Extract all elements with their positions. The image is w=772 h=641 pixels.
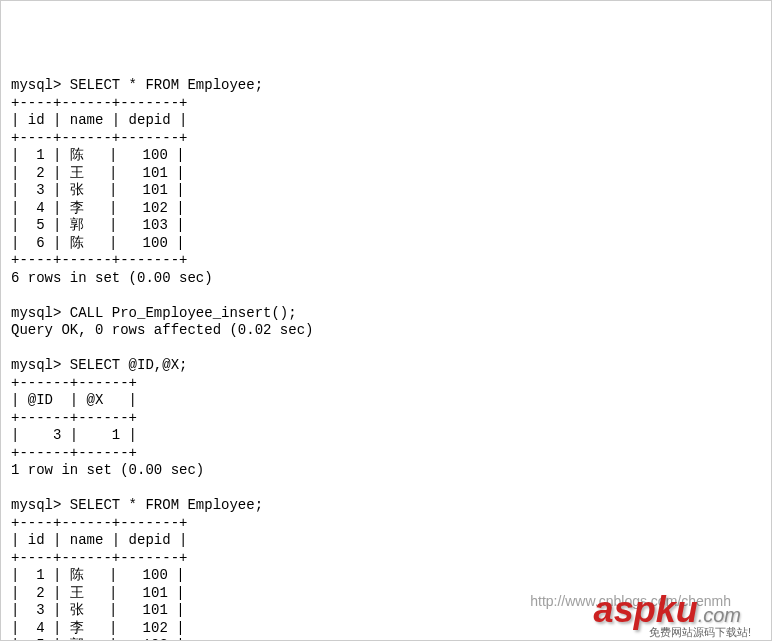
table-row: | 4 | 李 | 102 | <box>11 620 185 636</box>
status-line: 6 rows in set (0.00 sec) <box>11 270 213 286</box>
table-header: | id | name | depid | <box>11 532 187 548</box>
sql-statement: SELECT * FROM Employee; <box>70 497 263 513</box>
table-row: | 2 | 王 | 101 | <box>11 585 185 601</box>
sql-statement: SELECT @ID,@X; <box>70 357 188 373</box>
prompt: mysql> <box>11 77 70 93</box>
table-row: | 1 | 陈 | 100 | <box>11 567 185 583</box>
table-row: | 5 | 郭 | 103 | <box>11 217 185 233</box>
table-separator: +----+------+-------+ <box>11 130 187 146</box>
mysql-terminal-output: mysql> SELECT * FROM Employee; +----+---… <box>11 77 761 641</box>
table-separator: +----+------+-------+ <box>11 252 187 268</box>
table-header: | @ID | @X | <box>11 392 137 408</box>
prompt: mysql> <box>11 357 70 373</box>
sql-statement: SELECT * FROM Employee; <box>70 77 263 93</box>
table-separator: +------+------+ <box>11 445 137 461</box>
status-line: 1 row in set (0.00 sec) <box>11 462 204 478</box>
table-separator: +------+------+ <box>11 410 137 426</box>
sql-statement: CALL Pro_Employee_insert(); <box>70 305 297 321</box>
table-row: | 4 | 李 | 102 | <box>11 200 185 216</box>
watermark-subtitle: 免费网站源码下载站! <box>649 626 751 640</box>
table-row: | 1 | 陈 | 100 | <box>11 147 185 163</box>
watermark-url: http://www.cnblogs.com/chenmh <box>530 593 731 611</box>
table-separator: +----+------+-------+ <box>11 95 187 111</box>
table-row: | 3 | 张 | 101 | <box>11 182 185 198</box>
prompt: mysql> <box>11 305 70 321</box>
table-row: | 3 | 张 | 101 | <box>11 602 185 618</box>
status-line: Query OK, 0 rows affected (0.02 sec) <box>11 322 313 338</box>
table-row: | 2 | 王 | 101 | <box>11 165 185 181</box>
table-separator: +----+------+-------+ <box>11 550 187 566</box>
prompt: mysql> <box>11 497 70 513</box>
table-row: | 6 | 陈 | 100 | <box>11 235 185 251</box>
table-separator: +------+------+ <box>11 375 137 391</box>
table-row: | 5 | 郭 | 103 | <box>11 637 185 641</box>
table-header: | id | name | depid | <box>11 112 187 128</box>
table-separator: +----+------+-------+ <box>11 515 187 531</box>
table-row: | 3 | 1 | <box>11 427 137 443</box>
